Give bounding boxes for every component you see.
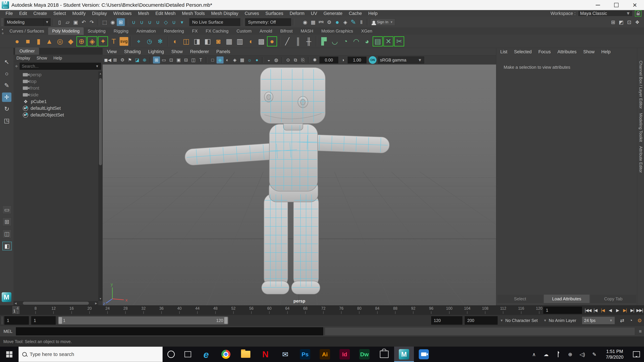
range-start-handle[interactable] (59, 317, 62, 324)
viewport-menu-item[interactable]: Shading (124, 49, 141, 54)
shelf-tab[interactable]: Sculpting (84, 27, 110, 35)
paint-select-tool-icon[interactable]: ✎ (2, 81, 12, 90)
animation-start-field[interactable]: 1 (4, 316, 29, 325)
symmetry-field[interactable]: Symmetry: Off (245, 18, 291, 26)
camera-attributes-icon[interactable]: ⚙ (119, 56, 126, 63)
image-plane-icon[interactable]: ◪ (134, 56, 141, 63)
smooth-shade-icon[interactable]: ◆ (216, 56, 224, 63)
snap-to-origin-icon[interactable]: ✻ (155, 36, 165, 46)
sep[interactable] (206, 57, 208, 63)
playback-start-field[interactable]: 1 (31, 316, 56, 325)
wrap-icon[interactable]: ● (267, 36, 277, 46)
outliner-item[interactable]: side (14, 91, 98, 98)
half-shade-icon[interactable]: ◐ (224, 56, 231, 63)
remesh-icon[interactable]: ▩ (256, 36, 266, 46)
scrollbar-thumb[interactable] (99, 78, 102, 165)
app-netflix[interactable]: N (256, 347, 276, 362)
time-slider[interactable]: 1 48121620242832364044485256606468727680… (0, 305, 644, 315)
app-chrome[interactable] (216, 347, 236, 362)
fps-dropdown[interactable]: 24 fps ▼ (582, 317, 615, 324)
scroll-left-icon[interactable]: ◀ (14, 301, 18, 305)
color-management-on-button[interactable]: ON (369, 56, 376, 64)
rotate-tool-icon[interactable]: ↻ (2, 104, 12, 114)
menu-item[interactable]: Cache (346, 11, 365, 16)
step-forward-frame-button[interactable]: ▶| (628, 308, 636, 313)
scroll-up-icon[interactable]: ▲ (98, 71, 103, 76)
svg-tool-icon[interactable]: svg (120, 37, 128, 46)
current-frame-field[interactable]: 1 (544, 307, 582, 314)
construction-plane-icon[interactable]: ⌖ (134, 36, 144, 46)
poly-disc-icon[interactable]: ⊕ (77, 36, 86, 46)
filter-icon[interactable]: ⌖ (15, 63, 18, 69)
menu-item[interactable]: Display (89, 11, 110, 16)
redo-icon[interactable]: ↷ (88, 18, 96, 26)
select-by-component-icon[interactable]: ⊞ (117, 18, 125, 26)
shelf-tab[interactable]: Animation (132, 27, 160, 35)
battery-icon[interactable] (552, 352, 564, 357)
shelf-tab[interactable]: FX (188, 27, 202, 35)
viewport-menu-item[interactable]: Panels (216, 49, 230, 54)
default-lighting-icon[interactable]: ☼ (246, 56, 253, 63)
target-camera-icon[interactable]: ◼◀ (104, 56, 111, 63)
app-dreamweaver[interactable]: Dw (354, 347, 374, 362)
sidebar-tab[interactable]: Channel Box / Layer Editor (638, 61, 643, 109)
attribute-editor-menu-item[interactable]: Help (601, 49, 611, 54)
render-view-icon[interactable]: ◉ (301, 18, 309, 26)
poly-cube-icon[interactable]: ■ (23, 36, 33, 46)
sign-in-button[interactable]: Sign In ▼ (370, 18, 395, 26)
menu-item[interactable]: Curves (242, 11, 262, 16)
toggle-hypershade-panel-icon[interactable]: ◩ (617, 18, 625, 26)
poly-cone-icon[interactable]: ▲ (44, 36, 54, 46)
attribute-editor-button[interactable]: Load Attributes (544, 295, 590, 303)
outliner-menu-item[interactable]: Help (54, 56, 62, 60)
playback-end-field[interactable]: 120 (431, 316, 462, 325)
outliner-search-input[interactable]: Search... ▼ (20, 63, 101, 70)
pen-icon[interactable]: ✎ (588, 352, 600, 357)
start-button[interactable] (0, 347, 18, 362)
select-tool-icon[interactable]: ↖ (2, 57, 12, 67)
save-scene-icon[interactable]: ▣ (72, 18, 80, 26)
app-camera[interactable] (414, 347, 434, 362)
viewport-menu-item[interactable]: View (107, 49, 117, 54)
shelf-separator[interactable] (130, 36, 132, 46)
play-forwards-button[interactable]: ▶ (614, 308, 621, 313)
ipr-render-icon[interactable]: IPR (317, 18, 325, 26)
sidebar-tab[interactable]: Attribute Editor (638, 146, 643, 173)
workspace-dropdown[interactable]: Maya Classic ▼ (578, 10, 632, 16)
shelf-separator[interactable] (316, 36, 317, 46)
shelf-tab[interactable]: Bifrost (276, 27, 297, 35)
scale-tool-icon[interactable]: ◳ (2, 116, 12, 125)
menu-item[interactable]: Select (50, 11, 69, 16)
lock-camera-icon[interactable]: ⊠ (112, 56, 118, 63)
shelf-tab[interactable]: MASH (297, 27, 317, 35)
shrink-wrap-icon[interactable]: ◡ (330, 36, 340, 46)
menu-item[interactable]: Mesh (135, 11, 152, 16)
two-pane-layout-button[interactable]: ◫ (2, 230, 12, 238)
spread-icon[interactable]: ✕ (384, 36, 393, 46)
app-indesign[interactable]: Id (335, 347, 354, 362)
step-back-key-button[interactable]: |◀ (599, 308, 606, 313)
poly-platonic-icon[interactable]: ◈ (88, 36, 97, 46)
offset-edge-loop-icon[interactable]: ╫ (304, 36, 314, 46)
isolate-select-icon[interactable]: ⊙ (284, 56, 292, 63)
open-scene-icon[interactable]: ▱ (64, 18, 72, 26)
film-gate-icon[interactable]: ▭ (160, 56, 167, 63)
menu-set-dropdown[interactable]: Modeling ▼ (4, 18, 51, 26)
shelf-tab[interactable]: Motion Graphics (317, 27, 357, 35)
outliner-item[interactable]: ❖ pCube1 (14, 98, 98, 105)
playback-range-bar[interactable]: 1 120 (58, 317, 228, 325)
poly-plane-icon[interactable]: ◆ (66, 36, 76, 46)
field-chart-icon[interactable]: ⊟ (182, 56, 190, 63)
persp-outliner-layout-button[interactable]: ◧ (2, 242, 12, 250)
move-tool-icon[interactable]: ✛ (2, 92, 12, 102)
drag-handle[interactable] (1, 317, 4, 324)
outliner-item[interactable]: defaultObjectSet (14, 112, 98, 118)
command-input[interactable] (16, 327, 323, 335)
auto-key-icon[interactable]: ◔ (626, 318, 635, 323)
xray-icon[interactable]: ◒ (265, 56, 272, 63)
outliner-item[interactable]: front (14, 85, 98, 91)
snap-to-point-icon[interactable]: ∪ (146, 18, 154, 26)
animation-preferences-icon[interactable]: ⚙ (635, 318, 644, 324)
script-editor-icon[interactable]: ≡ (636, 329, 644, 334)
animation-end-field[interactable]: 200 (465, 316, 498, 325)
